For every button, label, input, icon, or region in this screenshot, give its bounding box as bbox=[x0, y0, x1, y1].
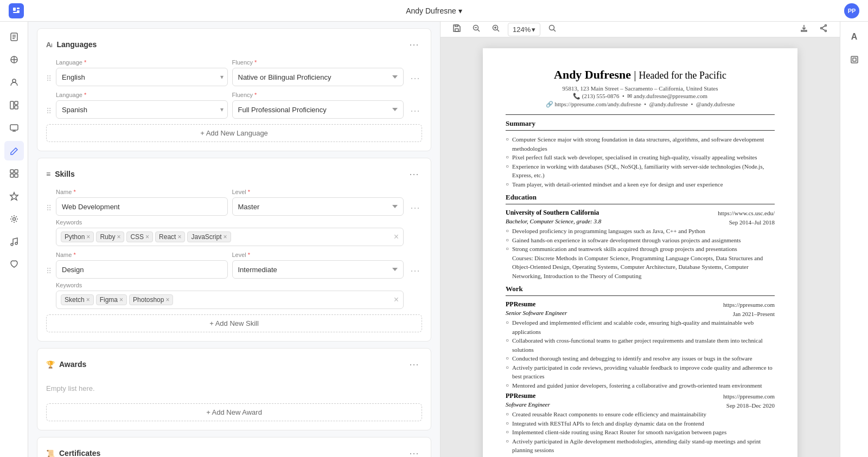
resume-edu-bullet-1: Developed proficiency in programming lan… bbox=[506, 227, 775, 236]
skills-section: ≡ Skills ⋯ ⠿ Name * bbox=[37, 158, 431, 342]
fluency-select-1[interactable]: Native or Bilingual Proficiency Full Pro… bbox=[232, 68, 404, 86]
languages-menu-button[interactable]: ⋯ bbox=[406, 37, 422, 52]
language-row-1-menu[interactable]: ⋯ bbox=[408, 59, 422, 85]
skill-row-1-menu[interactable]: ⋯ bbox=[408, 189, 422, 215]
languages-section: Aᵢ Languages ⋯ ⠿ Language * ▾ bbox=[37, 28, 431, 151]
svg-line-41 bbox=[822, 29, 825, 30]
awards-menu-button[interactable]: ⋯ bbox=[406, 357, 422, 371]
resume-education-title: Education bbox=[506, 193, 775, 202]
save-button[interactable] bbox=[449, 22, 464, 37]
keywords-clear-1[interactable]: × bbox=[394, 232, 399, 242]
preview-toolbar: 124% ▾ bbox=[441, 22, 840, 37]
skill-name-label-1: Name * bbox=[56, 189, 228, 195]
tag-javascript-remove[interactable]: × bbox=[224, 234, 227, 240]
skill-name-input-1[interactable] bbox=[56, 197, 228, 216]
skill-row-2-menu[interactable]: ⋯ bbox=[408, 252, 422, 278]
left-sidebar bbox=[0, 22, 28, 457]
resume-edu-subheader: Bachelor, Computer Science, grade: 3.8 S… bbox=[506, 218, 775, 227]
sidebar-icon-template[interactable] bbox=[4, 164, 24, 183]
tag-figma: Figma × bbox=[96, 294, 127, 305]
add-language-button[interactable]: + Add New Language bbox=[46, 124, 422, 142]
svg-point-24 bbox=[11, 243, 13, 246]
certificates-section: 📜 Certificates ⋯ Empty list here. + Add … bbox=[37, 437, 431, 457]
sidebar-icon-monitor[interactable] bbox=[4, 118, 24, 138]
fluency-select-2[interactable]: Native or Bilingual Proficiency Full Pro… bbox=[232, 100, 404, 119]
user-avatar[interactable]: PP bbox=[844, 3, 859, 18]
tag-photoshop: Photoshop × bbox=[129, 294, 173, 305]
svg-rect-20 bbox=[10, 174, 14, 177]
svg-rect-21 bbox=[15, 174, 18, 177]
share-button[interactable] bbox=[816, 22, 831, 37]
tag-python-remove[interactable]: × bbox=[86, 234, 90, 240]
resume-work2-header: PPResume https://ppresume.com bbox=[506, 392, 775, 401]
tag-sketch-remove[interactable]: × bbox=[86, 297, 90, 303]
skill-name-input-2[interactable] bbox=[56, 260, 228, 279]
awards-section: 🏆 Awards ⋯ Empty list here. + Add New Aw… bbox=[37, 348, 431, 430]
language-row-1: ⠿ Language * ▾ Fluency * bbox=[46, 59, 422, 86]
tag-figma-remove[interactable]: × bbox=[119, 297, 123, 303]
skills-icon: ≡ bbox=[46, 170, 50, 178]
sidebar-icon-nav[interactable] bbox=[4, 50, 24, 69]
drag-handle-2[interactable]: ⠿ bbox=[46, 92, 52, 115]
keywords-clear-2[interactable]: × bbox=[394, 295, 399, 305]
skill-row-1: ⠿ Name * Level * bbox=[46, 189, 422, 246]
language-input-1[interactable] bbox=[56, 68, 228, 86]
resume-work-title: Work bbox=[506, 285, 775, 293]
sidebar-icon-user[interactable] bbox=[4, 73, 24, 92]
tag-javascript: JavaScript × bbox=[187, 231, 231, 242]
resume-email: ✉ andy.dufresne@ppresume.com bbox=[627, 93, 707, 99]
resume-edu-header: University of Southern California https:… bbox=[506, 209, 775, 218]
sidebar-icon-file[interactable] bbox=[4, 27, 24, 47]
languages-section-title: Aᵢ Languages bbox=[46, 40, 97, 49]
tag-ruby-remove[interactable]: × bbox=[117, 234, 120, 240]
add-skill-button[interactable]: + Add New Skill bbox=[46, 314, 422, 332]
resume-edu-courses: Courses: Discrete Methods in Computer Sc… bbox=[506, 254, 775, 281]
language-input-2[interactable] bbox=[56, 100, 228, 119]
skills-menu-button[interactable]: ⋯ bbox=[406, 167, 422, 181]
resume-work1-header: PPResume https://ppresume.com bbox=[506, 300, 775, 310]
document-title[interactable]: Andy Dufresne ▾ bbox=[406, 7, 462, 15]
svg-point-39 bbox=[825, 30, 827, 32]
resume-social-linkedin: @andy.dufresne bbox=[649, 101, 688, 107]
preview-panel: 124% ▾ bbox=[441, 22, 840, 457]
sidebar-icon-music[interactable] bbox=[4, 232, 24, 252]
zoom-reset-button[interactable] bbox=[545, 22, 560, 37]
certificates-section-title: 📜 Certificates bbox=[46, 449, 100, 457]
language-dropdown-icon-2: ▾ bbox=[220, 106, 224, 113]
right-sidebar-icon-text[interactable]: A bbox=[845, 27, 864, 47]
tag-css: CSS × bbox=[126, 231, 153, 242]
resume-paper: Andy Dufresne | Headed for the Pacific 9… bbox=[483, 48, 797, 457]
zoom-indicator[interactable]: 124% ▾ bbox=[508, 23, 540, 36]
skill-level-select-1[interactable]: Master Expert Advanced Intermediate Begi… bbox=[232, 197, 404, 216]
language-row-2-menu[interactable]: ⋯ bbox=[408, 92, 422, 118]
download-button[interactable] bbox=[796, 22, 812, 37]
skill-level-label-2: Level * bbox=[232, 252, 404, 258]
sidebar-icon-edit[interactable] bbox=[4, 141, 24, 160]
awards-icon: 🏆 bbox=[46, 361, 55, 369]
drag-handle[interactable]: ⠿ bbox=[46, 59, 52, 83]
sidebar-icon-heart[interactable] bbox=[4, 255, 24, 274]
sidebar-icon-layout[interactable] bbox=[4, 95, 24, 115]
resume-work2-subheader: Software Engineer Sep 2018–Dec 2020 bbox=[506, 401, 775, 410]
tag-css-remove[interactable]: × bbox=[145, 234, 149, 240]
svg-rect-43 bbox=[853, 58, 856, 61]
certificates-menu-button[interactable]: ⋯ bbox=[406, 446, 422, 457]
skill-drag-handle-1[interactable]: ⠿ bbox=[46, 189, 52, 213]
skill-row-2: ⠿ Name * Level * bbox=[46, 252, 422, 309]
tag-photoshop-remove[interactable]: × bbox=[165, 297, 169, 303]
resume-work1-subheader: Senior Software Engineer Jan 2021–Presen… bbox=[506, 310, 775, 319]
keywords-container-2: Sketch × Figma × Photoshop × × bbox=[56, 291, 404, 309]
tag-react-remove[interactable]: × bbox=[177, 234, 181, 240]
zoom-out-button[interactable] bbox=[469, 22, 484, 37]
tag-ruby: Ruby × bbox=[96, 231, 124, 242]
skill-drag-handle-2[interactable]: ⠿ bbox=[46, 252, 52, 275]
right-sidebar: A bbox=[840, 22, 868, 457]
svg-point-37 bbox=[825, 25, 827, 27]
add-award-button[interactable]: + Add New Award bbox=[46, 403, 422, 421]
fluency-label-1: Fluency * bbox=[232, 59, 404, 66]
skill-level-select-2[interactable]: Master Expert Advanced Intermediate Begi… bbox=[232, 260, 404, 279]
sidebar-icon-star[interactable] bbox=[4, 186, 24, 206]
right-sidebar-icon-expand[interactable] bbox=[845, 50, 864, 69]
sidebar-icon-settings[interactable] bbox=[4, 209, 24, 229]
zoom-in-button[interactable] bbox=[488, 22, 503, 37]
